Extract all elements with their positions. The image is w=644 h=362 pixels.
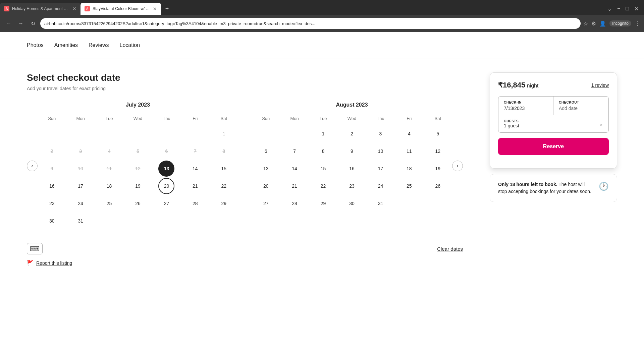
july-day-16[interactable]: 16 [44,178,60,194]
july-day-31[interactable]: 31 [72,213,89,229]
report-section[interactable]: 🚩 Report this listing [27,260,463,266]
aug-day-10[interactable]: 10 [372,143,388,159]
aug-day-8[interactable]: 8 [315,143,331,159]
aug-day-24[interactable]: 24 [372,178,388,194]
aug-day-26[interactable]: 26 [430,178,446,194]
flag-icon: 🚩 [27,260,34,266]
profile-icon[interactable]: 👤 [599,20,606,27]
maximize-button[interactable]: □ [626,6,629,12]
july-day-22[interactable]: 22 [216,178,232,194]
tab-1-close[interactable]: ✕ [72,6,76,11]
july-day-23[interactable]: 23 [44,195,60,212]
forward-button[interactable]: → [16,19,25,28]
july-day-25[interactable]: 25 [101,195,117,212]
aug-day-31[interactable]: 31 [372,195,388,212]
july-day-sat: Sat [210,115,238,122]
minimize-button[interactable]: − [617,6,620,12]
checkout-value: Add date [559,106,603,111]
aug-day-19[interactable]: 19 [430,161,446,177]
aug-day-30[interactable]: 30 [344,195,360,212]
aug-day-6[interactable]: 6 [258,143,274,159]
aug-day-13[interactable]: 13 [258,161,274,177]
menu-icon[interactable]: ⋮ [635,20,640,27]
tab-2[interactable]: A StayVista at Colour Bloom w/ La... ✕ [80,3,161,15]
july-day-2: 2 [44,143,60,159]
guests-field[interactable]: GUESTS 1 guest ⌄ [498,115,608,132]
aug-day-17[interactable]: 17 [372,161,388,177]
july-empty-7 [101,213,117,229]
july-day-13[interactable]: 13 [158,161,174,177]
aug-day-15[interactable]: 15 [315,161,331,177]
keyboard-icon[interactable]: ⌨ [27,243,43,254]
aug-day-11[interactable]: 11 [401,143,417,159]
july-day-7: 7 [187,143,203,159]
checkin-field[interactable]: CHECK-IN 7/13/2023 [498,97,553,115]
aug-day-16[interactable]: 16 [344,161,360,177]
aug-day-20[interactable]: 20 [258,178,274,194]
tab-1[interactable]: A Holiday Homes & Apartment Re... ✕ [0,3,80,15]
july-week-4: 16 17 18 19 20 21 22 [38,177,238,195]
aug-day-9[interactable]: 9 [344,143,360,159]
price-amount: ₹16,845 [498,81,525,89]
aug-day-23[interactable]: 23 [344,178,360,194]
aug-day-4[interactable]: 4 [401,126,417,142]
july-day-26[interactable]: 26 [130,195,146,212]
august-header: Sun Mon Tue Wed Thu Fri Sat [252,115,452,122]
close-button[interactable]: ✕ [634,6,639,12]
report-link[interactable]: Report this listing [36,260,72,266]
tab-2-close[interactable]: ✕ [153,6,157,11]
july-day-18[interactable]: 18 [101,178,117,194]
july-day-29[interactable]: 29 [216,195,232,212]
july-day-19[interactable]: 19 [130,178,146,194]
aug-day-29[interactable]: 29 [315,195,331,212]
page-subtitle: Add your travel dates for exact pricing [27,86,463,91]
july-day-24[interactable]: 24 [72,195,89,212]
august-title: August 2023 [252,102,452,108]
aug-day-22[interactable]: 22 [315,178,331,194]
nav-amenities[interactable]: Amenities [54,41,78,50]
new-tab-button[interactable]: + [162,4,172,13]
address-bar[interactable]: airbnb.co.in/rooms/83731542262944202S?ad… [40,18,581,29]
aug-day-3[interactable]: 3 [372,126,388,142]
july-empty-3 [101,126,117,142]
july-day-27[interactable]: 27 [158,195,174,212]
aug-day-2[interactable]: 2 [344,126,360,142]
july-day-15[interactable]: 15 [216,161,232,177]
aug-day-1[interactable]: 1 [315,126,331,142]
reserve-button[interactable]: Reserve [498,138,609,155]
tab-list-button[interactable]: ⌄ [607,6,612,12]
review-link[interactable]: 1 review [591,82,609,88]
nav-reviews[interactable]: Reviews [89,41,109,50]
july-day-17[interactable]: 17 [72,178,89,194]
reload-button[interactable]: ↻ [28,19,38,28]
extensions-icon[interactable]: ⚙ [591,20,596,27]
july-day-28[interactable]: 28 [187,195,203,212]
nav-photos[interactable]: Photos [27,41,44,50]
aug-day-5[interactable]: 5 [430,126,446,142]
next-month-button[interactable]: › [452,161,463,171]
clear-dates-button[interactable]: Clear dates [437,246,463,252]
aug-day-14[interactable]: 14 [286,161,303,177]
aug-day-12[interactable]: 12 [430,143,446,159]
back-button[interactable]: ← [4,19,13,28]
urgency-text: Only 18 hours left to book. The host wil… [498,181,595,195]
urgency-box: Only 18 hours left to book. The host wil… [490,174,617,202]
aug-day-27[interactable]: 27 [258,195,274,212]
bookmark-star-icon[interactable]: ☆ [583,20,588,27]
july-empty-11 [216,213,232,229]
prev-month-button[interactable]: ‹ [27,161,38,171]
aug-day-25[interactable]: 25 [401,178,417,194]
july-day-14[interactable]: 14 [187,161,203,177]
aug-day-18[interactable]: 18 [401,161,417,177]
july-day-21[interactable]: 21 [187,178,203,194]
checkout-label: CHECKOUT [559,101,603,104]
aug-day-28[interactable]: 28 [286,195,303,212]
july-empty-5 [158,126,174,142]
checkout-field[interactable]: CHECKOUT Add date [553,97,608,115]
aug-day-21[interactable]: 21 [286,178,303,194]
july-day-30[interactable]: 30 [44,213,60,229]
aug-day-7[interactable]: 7 [286,143,303,159]
july-day-5: 5 [130,143,146,159]
nav-location[interactable]: Location [120,41,140,50]
july-day-20[interactable]: 20 [158,178,174,194]
